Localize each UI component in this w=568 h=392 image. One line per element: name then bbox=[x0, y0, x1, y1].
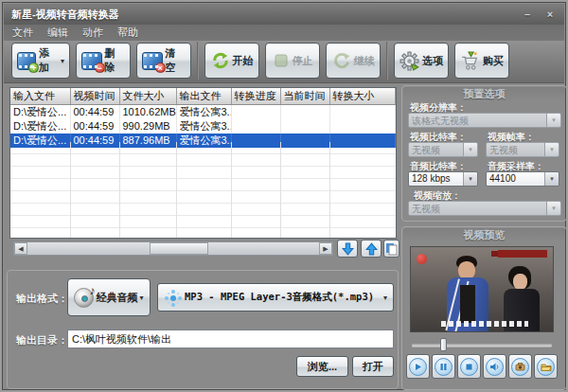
col-video-time[interactable]: 视频时间 bbox=[70, 88, 119, 104]
col-file-size[interactable]: 文件大小 bbox=[119, 88, 176, 104]
col-converted-size[interactable]: 转换大小 bbox=[329, 88, 396, 104]
resume-icon bbox=[332, 51, 351, 70]
start-button[interactable]: 开始 bbox=[204, 43, 259, 79]
scrollbar-track[interactable] bbox=[27, 242, 319, 255]
format-select[interactable]: MP3 - MPEG Layer-3音频格式(*.mp3) ▾ bbox=[157, 283, 394, 312]
menu-action[interactable]: 动作 bbox=[82, 26, 103, 40]
speaker-icon bbox=[489, 362, 500, 372]
volume-button[interactable] bbox=[483, 354, 506, 379]
resolution-select: 该格式无视频 ▾ bbox=[408, 113, 561, 128]
resume-button[interactable]: 继续 bbox=[326, 43, 381, 79]
table-row[interactable]: D:\爱情公...00:44:59 1010.62MB爱情公寓3... bbox=[10, 104, 396, 119]
preset-options-group: 预置选项 视频分辨率： 该格式无视频 ▾ 视频比特率： 视频帧率： 无视频 ▾ … bbox=[401, 85, 567, 222]
pause-button[interactable] bbox=[432, 354, 455, 379]
seek-slider[interactable] bbox=[412, 340, 552, 349]
toolbar-separator bbox=[386, 42, 388, 80]
horizontal-scrollbar[interactable]: ◀ ▶ bbox=[13, 241, 333, 256]
move-up-button[interactable] bbox=[361, 240, 382, 258]
table-header-row: 输入文件 视频时间 文件大小 输出文件 转换进度 当前时间 转换大小 bbox=[10, 88, 396, 104]
col-progress[interactable]: 转换进度 bbox=[231, 88, 280, 104]
copy-button[interactable] bbox=[383, 240, 399, 258]
minimize-button[interactable]: – bbox=[521, 9, 534, 20]
scrollbar-thumb[interactable] bbox=[150, 242, 208, 255]
app-window: 新星-视频转音频转换器 – × 文件 编辑 动作 帮助 + 添加 ▾ − 删除 … bbox=[0, 0, 568, 392]
camera-icon bbox=[515, 362, 525, 372]
play-button[interactable] bbox=[406, 354, 430, 379]
col-current-time[interactable]: 当前时间 bbox=[280, 88, 329, 104]
channel-logo-icon bbox=[417, 254, 427, 264]
window-title: 新星-视频转音频转换器 bbox=[11, 8, 119, 22]
main-area: 输入文件 视频时间 文件大小 输出文件 转换进度 当前时间 转换大小 D:\爱情… bbox=[4, 84, 564, 388]
chevron-down-icon: ▾ bbox=[463, 172, 477, 186]
slider-thumb[interactable] bbox=[440, 338, 447, 351]
chevron-down-icon: ▾ bbox=[546, 114, 560, 127]
col-output-file[interactable]: 输出文件 bbox=[176, 88, 231, 104]
video-preview-frame bbox=[410, 246, 554, 332]
chevron-down-icon: ▾ bbox=[463, 143, 477, 156]
stop-icon bbox=[273, 52, 290, 69]
chevron-down-icon: ▾ bbox=[544, 172, 559, 186]
snapshot-button[interactable] bbox=[508, 354, 532, 379]
chevron-down-icon: ▾ bbox=[546, 202, 560, 215]
open-button[interactable]: 打开 bbox=[352, 356, 394, 377]
menu-edit[interactable]: 编辑 bbox=[47, 26, 68, 40]
video-preview-group: 视频预览 bbox=[401, 226, 567, 390]
video-scale-select: 无视频 ▾ bbox=[408, 201, 561, 216]
actress-figure bbox=[513, 274, 527, 290]
chevron-down-icon: ▾ bbox=[139, 294, 143, 302]
output-dir-input[interactable] bbox=[67, 330, 394, 348]
format-category-button[interactable]: ♪ 经典音频 ▾ bbox=[67, 278, 151, 316]
film-clear-icon: × bbox=[142, 52, 163, 70]
table-row[interactable]: D:\爱情公...00:44:59 990.29MB爱情公寓3... bbox=[10, 119, 396, 134]
output-dir-label: 输出目录： bbox=[16, 333, 68, 347]
menu-bar: 文件 编辑 动作 帮助 bbox=[4, 25, 564, 41]
toolbar: + 添加 ▾ − 删除 × 清空 开始 停止 bbox=[4, 41, 564, 83]
stop-icon bbox=[465, 363, 473, 371]
arrow-up-icon bbox=[365, 242, 378, 256]
add-button[interactable]: + 添加 ▾ bbox=[11, 43, 70, 79]
slider-track[interactable] bbox=[412, 344, 552, 347]
folder-icon bbox=[541, 362, 552, 372]
clear-button[interactable]: × 清空 bbox=[136, 43, 191, 79]
buy-button[interactable]: 购买 bbox=[454, 43, 509, 79]
open-folder-button[interactable] bbox=[534, 354, 558, 379]
move-down-button[interactable] bbox=[337, 240, 358, 258]
output-format-label: 输出格式： bbox=[16, 292, 68, 306]
file-list: 输入文件 视频时间 文件大小 输出文件 转换进度 当前时间 转换大小 D:\爱情… bbox=[9, 87, 397, 239]
chevron-down-icon: ▾ bbox=[383, 294, 387, 302]
output-settings-group: 输出格式： ♪ 经典音频 ▾ MP3 - MPEG Layer-3音频格式(*.… bbox=[7, 270, 399, 389]
film-remove-icon: − bbox=[81, 52, 102, 70]
subtitle-text bbox=[441, 321, 528, 327]
copy-icon bbox=[385, 242, 398, 256]
cart-icon bbox=[460, 51, 480, 71]
audio-bitrate-select[interactable]: 128 kbps ▾ bbox=[408, 171, 478, 187]
arrow-down-icon bbox=[342, 242, 354, 256]
close-button[interactable]: × bbox=[543, 9, 557, 20]
menu-help[interactable]: 帮助 bbox=[117, 26, 138, 40]
chevron-down-icon: ▾ bbox=[544, 143, 559, 156]
options-button[interactable]: 选项 bbox=[394, 43, 449, 79]
chevron-down-icon: ▾ bbox=[61, 57, 64, 65]
col-input-file[interactable]: 输入文件 bbox=[10, 88, 70, 104]
start-refresh-icon bbox=[211, 51, 230, 70]
toolbar-separator bbox=[197, 42, 199, 80]
samplerate-select[interactable]: 44100 ▾ bbox=[486, 171, 559, 187]
preset-options-title: 预置选项 bbox=[403, 87, 565, 100]
stop-button[interactable]: 停止 bbox=[265, 43, 320, 79]
scroll-right-icon[interactable]: ▶ bbox=[319, 242, 332, 255]
video-bitrate-select: 无视频 ▾ bbox=[408, 142, 478, 157]
menu-file[interactable]: 文件 bbox=[12, 26, 33, 40]
pause-icon bbox=[439, 363, 448, 371]
browse-button[interactable]: 浏览... bbox=[296, 356, 348, 377]
cd-audio-icon: ♪ bbox=[74, 288, 94, 308]
title-bar[interactable]: 新星-视频转音频转换器 – × bbox=[4, 4, 564, 25]
film-add-icon: + bbox=[17, 52, 36, 70]
stop-playback-button[interactable] bbox=[457, 354, 481, 379]
scroll-left-icon[interactable]: ◀ bbox=[14, 242, 27, 255]
file-table-body: D:\爱情公...00:44:59 1010.62MB爱情公寓3... D:\爱… bbox=[10, 104, 396, 148]
gear-icon bbox=[399, 51, 419, 71]
play-icon bbox=[414, 363, 422, 371]
video-preview-title: 视频预览 bbox=[403, 228, 565, 241]
remove-button[interactable]: − 删除 bbox=[76, 43, 131, 79]
framerate-select: 无视频 ▾ bbox=[486, 142, 559, 157]
